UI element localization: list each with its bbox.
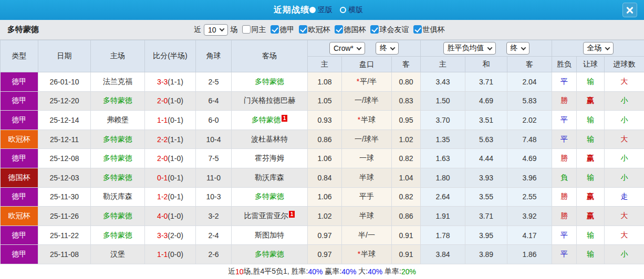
checkbox-世俱杯[interactable] — [413, 25, 422, 34]
away-team: 比雷亚雷亚尔1 — [232, 207, 308, 226]
chevron-down-icon — [605, 45, 610, 50]
handicap-text: 半球 — [359, 173, 374, 181]
avg-draw: 3.51 — [465, 111, 507, 130]
handicap-text: 半球 — [361, 250, 376, 258]
team-name-text: 多特蒙德 — [103, 173, 132, 181]
team-name-text: 斯图加特 — [255, 231, 284, 239]
fulltime-score: 4-0 — [157, 212, 168, 220]
result-goals: 小 — [605, 149, 644, 168]
vertical-layout-radio[interactable] — [309, 7, 316, 13]
checkbox-label[interactable]: 球会友谊 — [380, 25, 409, 34]
fulltime-score: 3-3 — [157, 231, 168, 240]
odds-home: 1.02 — [308, 207, 342, 226]
handicap-text: 一球 — [359, 154, 374, 162]
table-row: 欧冠杯25-12-11多特蒙德2-2(1-1)10-4波杜基林特0.86一/球半… — [1, 130, 644, 149]
result-wdl: 平 — [552, 130, 577, 149]
avg-home: 3.70 — [421, 111, 465, 130]
team-name-text: 多特蒙德 — [103, 211, 132, 220]
score-cell: 1-2(0-1) — [145, 187, 196, 207]
match-count-select[interactable]: 10 — [204, 24, 228, 36]
odds-home: 0.97 — [308, 226, 342, 245]
corners-cell: 11-0 — [196, 168, 232, 187]
team-name-text: 多特蒙德 — [255, 77, 284, 85]
halftime-score: (1-0) — [168, 96, 183, 105]
avg-away: 4.69 — [507, 149, 552, 168]
horizontal-layout-radio[interactable] — [340, 7, 346, 13]
away-team: 多特蒙德1 — [232, 111, 308, 130]
summary-segment: 近 — [228, 267, 235, 276]
corners-cell: 10-3 — [196, 187, 232, 207]
halftime-score: (0-1) — [168, 174, 183, 182]
halftime-score: (2-0) — [168, 231, 183, 240]
changed-odds-star: * — [358, 115, 360, 124]
fulltime-score: 1-2 — [157, 192, 168, 201]
summary-segment: 40% — [368, 267, 382, 276]
result-handicap: 输 — [577, 111, 605, 130]
result-handicap: 输 — [577, 168, 605, 187]
checkbox-德国杯[interactable] — [335, 25, 343, 34]
odds-time-select[interactable]: 终 — [376, 42, 399, 55]
window-title: 近期战绩 — [274, 5, 309, 16]
result-handicap: 赢 — [577, 207, 605, 226]
result-goals: 走 — [605, 187, 644, 207]
type-badge: 德甲 — [1, 245, 38, 264]
result-wdl: 平 — [552, 245, 577, 264]
avg-time-select[interactable]: 终 — [506, 42, 529, 55]
handicap-cell: 半/一 — [342, 226, 392, 245]
odds-home: 1.08 — [308, 72, 342, 92]
avg-away: 5.83 — [507, 91, 552, 111]
checkbox-德甲[interactable] — [271, 25, 279, 34]
bookmaker-select[interactable]: Crow* — [329, 42, 365, 55]
near-label: 近 — [194, 25, 201, 35]
avg-odds-select[interactable]: 胜平负均值 — [443, 42, 496, 55]
fulltime-score: 2-0 — [157, 154, 168, 163]
vertical-layout-label[interactable]: 竖版 — [318, 5, 333, 15]
checkbox-label[interactable]: 世俱杯 — [423, 25, 445, 34]
home-team: 多特蒙德 — [91, 91, 145, 111]
scope-select[interactable]: 全场 — [583, 42, 614, 55]
odds-home: 1.06 — [308, 149, 342, 168]
type-badge: 德甲 — [1, 72, 38, 92]
avg-home: 3.43 — [421, 72, 465, 92]
result-handicap: 赢 — [577, 149, 605, 168]
sub-col-crow-away: 客 — [392, 57, 421, 72]
handicap-text: 一/球半 — [355, 96, 379, 104]
halftime-score: (1-0) — [168, 212, 183, 220]
checkbox-label[interactable]: 同主 — [252, 25, 266, 34]
close-icon[interactable] — [622, 3, 637, 17]
date-cell: 25-11-30 — [38, 187, 91, 207]
halftime-score: (1-1) — [168, 135, 183, 144]
checkbox-欧冠杯[interactable] — [299, 25, 307, 34]
checkbox-label[interactable]: 德国杯 — [344, 25, 366, 34]
date-cell: 25-11-22 — [38, 226, 91, 245]
handicap-text: 平手 — [359, 192, 374, 200]
team-name-text: 多特蒙德 — [103, 154, 132, 162]
summary-segment: 20% — [401, 267, 416, 276]
checkbox-球会友谊[interactable] — [370, 25, 379, 34]
handicap-cell: 半球 — [342, 168, 392, 187]
horizontal-layout-label[interactable]: 横版 — [348, 5, 363, 15]
home-team: 多特蒙德 — [91, 207, 145, 226]
filters-group: 近 10 场 同主德甲欧冠杯德国杯球会友谊世俱杯 — [194, 24, 445, 36]
sub-col-goals: 进球数 — [605, 57, 644, 72]
avg-draw: 4.44 — [465, 149, 507, 168]
team-name-text: 勒沃库森 — [255, 173, 284, 181]
away-team: 门兴格拉德巴赫 — [232, 91, 308, 111]
home-team: 法兰克福 — [91, 72, 145, 92]
home-team: 多特蒙德 — [91, 168, 145, 187]
col-corners: 角球 — [196, 40, 232, 72]
chevron-down-icon — [357, 45, 362, 50]
odds-source-header: Crow* 终 — [308, 40, 421, 57]
avg-home: 1.80 — [421, 168, 465, 187]
checkbox-label[interactable]: 欧冠杯 — [308, 25, 330, 34]
sub-col-let: 让球 — [577, 57, 605, 72]
result-handicap: 输 — [577, 245, 605, 264]
result-goals: 大 — [605, 72, 644, 92]
filter-bar: 多特蒙德 近 10 场 同主德甲欧冠杯德国杯球会友谊世俱杯 — [0, 20, 644, 40]
type-badge: 德甲 — [1, 111, 38, 130]
away-team: 多特蒙德 — [232, 245, 308, 264]
score-cell: 2-2(1-1) — [145, 130, 196, 149]
checkbox-label[interactable]: 德甲 — [280, 25, 295, 34]
home-team: 多特蒙德 — [91, 226, 145, 245]
checkbox-同主[interactable] — [242, 25, 251, 34]
